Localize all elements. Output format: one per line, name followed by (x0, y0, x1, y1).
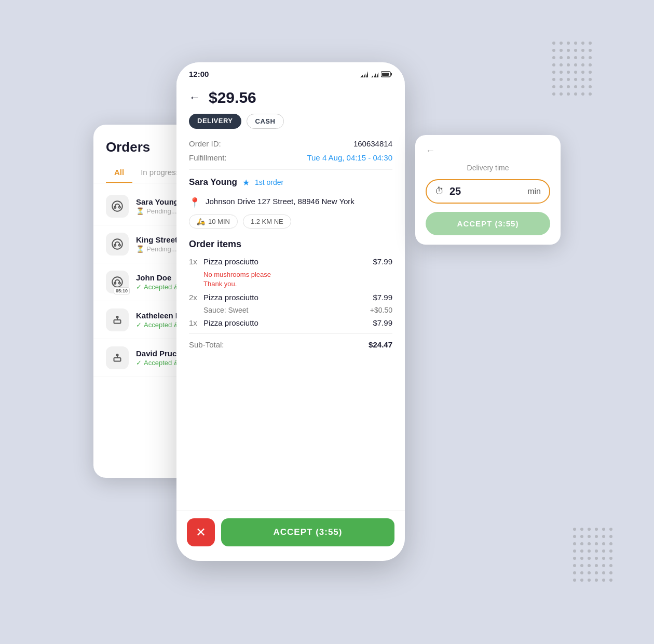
phone-header: ← $29.56 (189, 84, 392, 114)
svg-rect-22 (382, 73, 389, 76)
avatar (106, 233, 129, 256)
popup-back-button[interactable]: ← (426, 145, 550, 156)
status-time: 12:00 (189, 70, 209, 78)
scooter-icon: 🛵 (197, 218, 205, 225)
svg-point-8 (119, 283, 120, 284)
order-id-label: Order ID: (189, 139, 221, 148)
fulfillment-row: Fulfillment: Tue 4 Aug, 04:15 - 04:30 (189, 153, 392, 162)
reject-icon: ✕ (196, 525, 206, 540)
back-button[interactable]: ← (189, 91, 200, 104)
phone-content: ← $29.56 DELIVERY CASH Order ID: 1606348… (176, 84, 405, 556)
time-input-value[interactable]: 25 (449, 185, 522, 197)
svg-marker-20 (376, 72, 378, 77)
order-amount: $29.56 (209, 89, 256, 106)
distance-badges: 🛵 10 MIN 1.2 KM NE (189, 214, 392, 229)
customer-row: Sara Young ★ 1st order (189, 177, 392, 187)
time-input-row[interactable]: ⏱ 25 min (426, 179, 550, 204)
svg-point-2 (119, 207, 120, 208)
avatar (106, 195, 129, 218)
svg-point-0 (112, 201, 122, 211)
item-price-3: $7.99 (373, 318, 392, 327)
customer-name: Sara Young (189, 177, 237, 187)
avatar: 05:10 (106, 271, 129, 293)
svg-point-3 (112, 239, 122, 249)
svg-point-1 (114, 207, 116, 208)
svg-marker-15 (360, 75, 363, 77)
accept-popup-button[interactable]: ACCEPT (3:55) (426, 212, 550, 235)
svg-rect-23 (391, 73, 392, 75)
phone-bottom: ✕ ACCEPT (3:55) (176, 511, 405, 561)
svg-marker-19 (374, 73, 376, 77)
item-price-2: $7.99 (373, 293, 392, 302)
status-bar: 12:00 (176, 62, 405, 84)
accept-button-main[interactable]: ACCEPT (3:55) (221, 518, 394, 546)
avatar (106, 346, 129, 369)
svg-rect-12 (114, 358, 121, 361)
divider (189, 169, 392, 170)
subtotal-label: Sub-Total: (189, 340, 224, 349)
item-price-1: $7.99 (373, 257, 392, 266)
subtotal-row: Sub-Total: $24.47 (189, 333, 392, 349)
svg-rect-9 (114, 320, 121, 324)
reject-button[interactable]: ✕ (187, 518, 215, 546)
delivery-popup: ← Delivery time ⏱ 25 min ACCEPT (3:55) (415, 135, 561, 245)
fulfillment-label: Fulfillment: (189, 153, 227, 162)
pin-icon: 📍 (189, 197, 200, 208)
svg-point-5 (119, 245, 120, 246)
svg-point-4 (114, 245, 116, 246)
order-line-3: 1x Pizza prosciutto $7.99 (189, 318, 392, 327)
item-name-2: Pizza prosciutto (203, 293, 373, 302)
phone-badges: DELIVERY CASH (189, 114, 392, 129)
order-line-2: 2x Pizza prosciutto $7.99 (189, 293, 392, 302)
timer-badge: 05:10 (114, 287, 130, 294)
item-note-1: No mushrooms pleaseThank you. (203, 270, 392, 289)
order-items-title: Order items (189, 239, 392, 250)
item-name-1: Pizza prosciutto (203, 257, 373, 266)
delivery-badge: DELIVERY (189, 114, 241, 129)
distance-value: 1.2 KM NE (251, 218, 283, 225)
star-icon: ★ (242, 178, 250, 187)
status-icons (360, 71, 392, 77)
qty-3: 1x (189, 318, 203, 327)
svg-marker-16 (363, 73, 365, 77)
distance-badge: 1.2 KM NE (243, 214, 291, 229)
order-line-1: 1x Pizza prosciutto $7.99 (189, 257, 392, 266)
svg-point-6 (112, 277, 122, 287)
phone-main: 12:00 ← $29.56 DELIVERY CASH (176, 62, 405, 561)
timer-icon: ⏱ (435, 186, 444, 197)
address-row: 📍 Johnson Drive 127 Street, 88946 New Yo… (189, 196, 392, 208)
svg-point-11 (116, 316, 118, 318)
svg-point-14 (116, 354, 118, 356)
avatar (106, 308, 129, 331)
time-unit: min (527, 187, 541, 196)
delivery-time-label: Delivery time (426, 164, 550, 172)
svg-marker-17 (366, 71, 368, 77)
address-text: Johnson Drive 127 Street, 88946 New York (206, 196, 355, 207)
time-value: 10 MIN (208, 218, 230, 225)
time-badge: 🛵 10 MIN (189, 214, 238, 229)
first-order-badge: 1st order (255, 178, 283, 186)
tab-all[interactable]: All (106, 164, 132, 183)
modifier-price-2: +$0.50 (370, 306, 392, 314)
item-modifier-2: Sauce: Sweet (203, 306, 248, 314)
qty-2: 2x (189, 293, 203, 302)
qty-1: 1x (189, 257, 203, 266)
order-id-value: 160634814 (353, 139, 392, 148)
svg-marker-18 (371, 75, 373, 77)
subtotal-amount: $24.47 (369, 340, 392, 349)
order-id-row: Order ID: 160634814 (189, 139, 392, 148)
modifier-row-2: Sauce: Sweet +$0.50 (203, 306, 392, 314)
svg-point-7 (114, 283, 116, 284)
fulfillment-value: Tue 4 Aug, 04:15 - 04:30 (307, 153, 392, 162)
item-name-3: Pizza prosciutto (203, 318, 373, 327)
cash-badge: CASH (247, 114, 284, 129)
